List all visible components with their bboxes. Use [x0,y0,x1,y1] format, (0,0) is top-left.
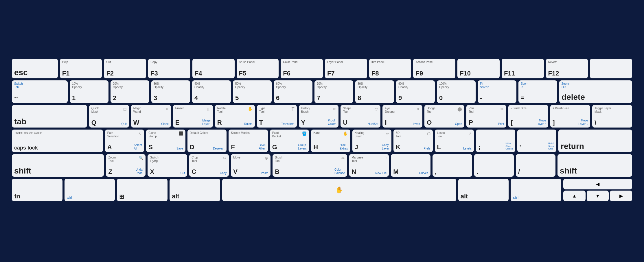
key-r[interactable]: RotateTool ✋ R Rulers [215,105,255,128]
key-arrow-left[interactable]: ◀ [563,179,632,189]
key-caps-lock[interactable]: Toggle Precision Cursor caps lock [12,130,103,152]
key-n[interactable]: MarqueeTool ⬚ N New File [349,154,389,177]
key-period[interactable]: . [474,154,514,177]
key-arrow-right[interactable]: ▶ [610,191,632,201]
paint-bucket-icon: 🪣 [302,131,307,136]
key-2[interactable]: 20%Opacity 2 [111,80,149,103]
type-tool-icon: T [292,107,295,112]
key-fn[interactable]: fn [12,179,62,201]
key-f11[interactable]: F11 [502,59,544,78]
rotate-tool-icon: ✋ [248,107,253,111]
key-f1[interactable]: Help F1 [60,59,102,78]
key-z[interactable]: ZoomTool 🔍 Z Undo/Redo [106,154,146,177]
key-h[interactable]: Hand ✋ H HideExtras [311,130,350,152]
key-l[interactable]: LassoTool ↗ L Levels [435,130,474,152]
key-alt-right[interactable]: alt [458,179,509,201]
keyboard: esc Help F1 Cut F2 Copy F3 F4 Brush Pane… [7,53,637,209]
quick-mask-icon: ◻ [123,107,127,111]
key-shift-right[interactable]: shift [557,154,632,177]
bottom-row: fn ctrl ⊞ alt ✋ alt ctrl [12,179,632,201]
key-f8[interactable]: Info Panel F8 [369,59,411,78]
key-f12[interactable]: Revert F12 [546,59,588,78]
key-q[interactable]: QuickMask ◻ Q Quit [89,105,129,128]
key-f3[interactable]: Copy F3 [148,59,190,78]
healing-brush-icon: ✏ [386,131,389,136]
move-icon: ⊕ [265,156,268,160]
dodge-tool-icon: ⬤ [457,107,462,111]
key-comma[interactable]: , [433,154,472,177]
key-shift-left[interactable]: shift [12,154,104,177]
key-f2[interactable]: Cut F2 [104,59,146,78]
pen-tool-icon: ✏ [501,107,504,111]
key-1[interactable]: 10%Opacity 1 [70,80,108,103]
key-tab[interactable]: tab [12,105,87,128]
key-3[interactable]: 30%Opacity 3 [151,80,190,103]
key-k[interactable]: 3DTool ⬡ K Prefs [393,130,433,152]
key-f5[interactable]: Brush Panel F5 [237,59,279,78]
key-o[interactable]: DodgeTool ⬤ O Open [424,105,464,128]
key-arrow-down[interactable]: ▼ [587,191,609,201]
key-t[interactable]: TypeTool T T Transform [257,105,297,128]
key-7[interactable]: 70%Opacity 7 [314,80,353,103]
key-minus[interactable]: FitScreen - [478,80,516,103]
history-brush-icon: ✏ [333,107,336,111]
key-8[interactable]: 80%Opacity 8 [355,80,394,103]
lasso-tool-icon: ↗ [468,131,472,136]
key-y[interactable]: HistoryBrush ✏ Y ProofColors [299,105,339,128]
key-tilde[interactable]: SwitchTab ~ [12,80,68,103]
key-s[interactable]: CloneStamp ⬛ S Save [146,130,185,152]
key-ctrl-left[interactable]: ctrl [65,179,115,201]
key-delete[interactable]: ZoomOut delete [559,80,632,103]
arrow-down-icon: ▼ [595,193,600,199]
eye-dropper-icon: ✒ [417,107,420,111]
key-9[interactable]: 90%Opacity 9 [396,80,435,103]
arrow-left-icon: ◀ [596,181,599,187]
key-bracket-l[interactable]: - Brush Size [ MoveLayer ↑ [508,105,548,128]
key-g[interactable]: PaintBucket 🪣 G GroupLayers [270,130,309,152]
eraser-icon: ◫ [207,107,211,111]
key-4[interactable]: 40%Opacity 4 [192,80,231,103]
key-backslash[interactable]: Toggle LayerMask \ [592,105,632,128]
key-u[interactable]: ShapeTool ⬭ U Hue/Sat [341,105,380,128]
arrow-up-icon: ▲ [572,193,577,199]
brush-tool-icon: ✏ [341,156,345,160]
key-equals[interactable]: ZoomIn = [518,80,557,103]
key-bracket-r[interactable]: + Brush Size ] MoveLayer ↓ [550,105,590,128]
key-v[interactable]: Move ⊕ V Paste [231,154,271,177]
key-return[interactable]: return [558,130,632,152]
key-i[interactable]: EyeDropper ✒ I Invert [382,105,422,128]
key-e[interactable]: Eraser ◫ E MergeLayer [173,105,213,128]
key-b[interactable]: BrushTool ✏ B ColorBalance [273,154,347,177]
clone-stamp-icon: ⬛ [179,131,183,136]
marquee-tool-icon: ⬚ [384,156,387,160]
key-f7[interactable]: Layer Panel F7 [325,59,367,78]
key-semicolon[interactable]: ; Hide/ShowGuides [476,130,515,152]
key-esc[interactable]: esc [12,59,58,78]
key-w[interactable]: MagicWand ✳ W Close [131,105,171,128]
key-ctrl-right[interactable]: ctrl [511,179,561,201]
spacebar-hand-icon: ✋ [335,186,343,194]
key-f4[interactable]: F4 [192,59,235,78]
key-0[interactable]: 100%Opacity 0 [437,80,476,103]
key-slash[interactable]: / [516,154,555,177]
key-5[interactable]: 50%Opacity 5 [233,80,272,103]
key-arrow-up[interactable]: ▲ [563,191,586,201]
key-win[interactable]: ⊞ [117,179,168,201]
key-f6[interactable]: Color Panel F6 [281,59,323,78]
key-6[interactable]: 60%Opacity 6 [274,80,312,103]
key-j[interactable]: HealingBrush ✏ J CopyLayer [352,130,391,152]
key-a[interactable]: PathSelection ↖ A SelectAll [105,130,144,152]
key-quote[interactable]: ' Hide/ShowGrid [517,130,556,152]
key-d[interactable]: Default Colors D Deselect [187,130,227,152]
zoom-tool-icon: 🔍 [139,156,143,160]
key-x[interactable]: SwitchFg/Bg X Cut [148,154,187,177]
key-fn-del[interactable] [590,59,632,78]
key-m[interactable]: M Curves [391,154,430,177]
key-p[interactable]: PenTool ✏ P Print [466,105,506,128]
key-f10[interactable]: F10 [457,59,500,78]
key-alt-left[interactable]: alt [170,179,220,201]
key-space[interactable]: ✋ [222,179,456,201]
key-f[interactable]: Screen Modes F LevelFilter [229,130,268,152]
key-f9[interactable]: Actions Panel F9 [413,59,455,78]
key-c[interactable]: CropTool ✂ C Copy [189,154,229,177]
